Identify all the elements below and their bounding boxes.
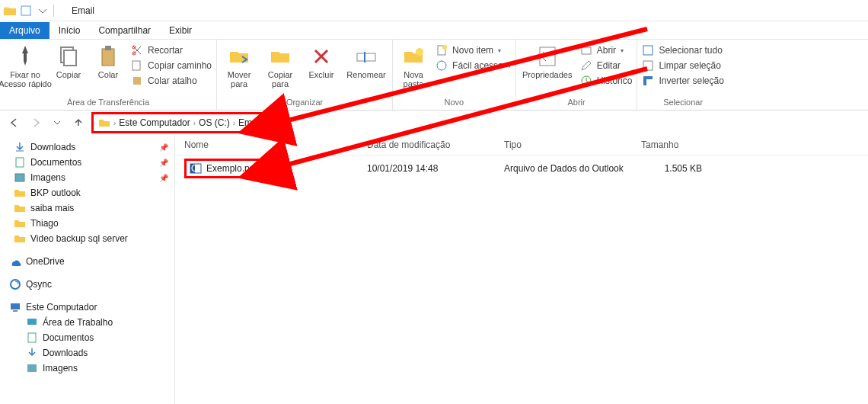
svg-rect-15: [540, 47, 555, 66]
tree-desktop[interactable]: Área de Trabalho: [3, 315, 171, 330]
paste-shortcut-icon: [131, 75, 143, 87]
outlook-file-icon: O: [190, 162, 202, 175]
edit-button[interactable]: Editar: [580, 59, 633, 72]
tree-thiago[interactable]: Thiago: [3, 216, 171, 231]
folder-icon: [14, 217, 26, 229]
nav-recent-button[interactable]: [49, 114, 65, 131]
column-headers[interactable]: Nome Data de modificação Tipo Tamanho: [175, 135, 868, 156]
properties-button[interactable]: Propriedades: [521, 41, 574, 79]
col-size[interactable]: Tamanho: [641, 139, 732, 150]
tree-documents[interactable]: Documentos📌: [3, 155, 171, 170]
copy-button[interactable]: Copiar: [52, 41, 85, 79]
invert-selection-button[interactable]: Inverter seleção: [642, 75, 723, 87]
new-folder-button[interactable]: Nova pasta: [397, 41, 429, 88]
tab-home[interactable]: Início: [49, 22, 90, 39]
nav-up-button[interactable]: [70, 114, 87, 131]
open-button[interactable]: Abrir▾: [580, 44, 633, 56]
tree-images[interactable]: Imagens📌: [3, 170, 171, 185]
open-icon: [580, 44, 592, 56]
svg-rect-4: [105, 46, 111, 50]
copy-icon: [56, 44, 81, 69]
rename-button[interactable]: Renomear: [345, 41, 388, 79]
tab-file[interactable]: Arquivo: [0, 22, 49, 39]
qsync-icon: [9, 278, 21, 290]
nav-tree[interactable]: Downloads📌 Documentos📌 Imagens📌 BKP outl…: [0, 135, 175, 404]
tree-images2[interactable]: Imagens: [3, 361, 171, 376]
tree-video[interactable]: Video backup sql server: [3, 231, 171, 246]
group-open: Propriedades Abrir▾ Editar Histórico Abr…: [516, 40, 638, 110]
ribbon: Fixar no Acesso rápido Copiar Colar Reco…: [0, 40, 868, 111]
history-button[interactable]: Histórico: [580, 75, 633, 87]
tree-qsync[interactable]: Qsync: [3, 277, 171, 292]
folder-icon: [14, 187, 26, 199]
svg-rect-28: [27, 319, 37, 325]
main-area: Downloads📌 Documentos📌 Imagens📌 BKP outl…: [0, 135, 868, 404]
breadcrumb[interactable]: Este Computador: [119, 117, 190, 128]
tab-view[interactable]: Exibir: [160, 22, 201, 39]
svg-rect-18: [643, 46, 653, 55]
paste-button[interactable]: Colar: [91, 41, 125, 79]
edit-icon: [580, 59, 592, 72]
pin-button[interactable]: Fixar no Acesso rápido: [5, 41, 46, 88]
qat-icon[interactable]: [20, 5, 32, 17]
copy-path-icon: [131, 59, 143, 72]
easy-access-icon: [436, 59, 448, 72]
group-clipboard: Fixar no Acesso rápido Copiar Colar Reco…: [0, 40, 217, 110]
col-type[interactable]: Tipo: [504, 139, 641, 150]
desktop-icon: [26, 316, 38, 329]
folder-icon: [98, 117, 110, 129]
file-list: Nome Data de modificação Tipo Tamanho O …: [175, 135, 868, 404]
pin-icon: [13, 44, 37, 69]
copy-path-button[interactable]: Copiar caminho: [131, 59, 212, 72]
pin-icon: 📌: [159, 159, 168, 167]
group-select: Selecionar tudo Limpar seleção Inverter …: [637, 40, 728, 110]
paste-shortcut-button[interactable]: Colar atalho: [131, 75, 212, 87]
svg-rect-0: [21, 6, 30, 15]
rename-icon: [354, 44, 378, 69]
col-date[interactable]: Data de modificação: [367, 139, 504, 150]
svg-rect-23: [16, 158, 24, 167]
cut-button[interactable]: Recortar: [131, 44, 212, 56]
downloads-icon: [26, 347, 38, 359]
svg-rect-8: [133, 77, 141, 85]
tree-onedrive[interactable]: OneDrive: [3, 254, 171, 269]
svg-rect-9: [357, 53, 375, 61]
file-row[interactable]: O Exemplo.pst 10/01/2019 14:48 Arquivo d…: [175, 156, 868, 181]
delete-button[interactable]: Excluir: [304, 41, 339, 79]
file-name: Exemplo.pst: [206, 163, 257, 174]
folder-icon: [14, 232, 26, 245]
nav-forward-button[interactable]: [27, 114, 44, 131]
new-folder-icon: [401, 44, 426, 69]
history-icon: [580, 75, 592, 87]
address-bar[interactable]: › Este Computador › OS (C:) › Email ›: [94, 114, 271, 131]
tree-saiba[interactable]: saiba mais: [3, 200, 171, 216]
breadcrumb[interactable]: Email: [238, 117, 261, 128]
easy-access-button[interactable]: Fácil acesso▾: [436, 59, 511, 72]
tab-share[interactable]: Compartilhar: [89, 22, 160, 39]
downloads-icon: [14, 141, 26, 153]
select-none-button[interactable]: Limpar seleção: [642, 59, 723, 72]
move-to-button[interactable]: Mover para: [222, 41, 257, 88]
svg-point-14: [437, 61, 446, 70]
file-size: 1.505 KB: [641, 163, 732, 174]
copy-to-button[interactable]: Copiar para: [263, 41, 298, 88]
file-name-highlight: O Exemplo.pst: [184, 159, 262, 178]
tree-bkp[interactable]: BKP outlook: [3, 185, 171, 200]
tree-thispc[interactable]: Este Computador: [3, 300, 171, 315]
tree-docs2[interactable]: Documentos: [3, 330, 171, 345]
col-name[interactable]: Nome: [184, 139, 367, 150]
breadcrumb[interactable]: OS (C:): [199, 117, 230, 128]
delete-icon: [309, 44, 333, 69]
thispc-icon: [9, 301, 21, 313]
svg-rect-27: [13, 310, 18, 312]
select-all-button[interactable]: Selecionar tudo: [642, 44, 723, 56]
nav-back-button[interactable]: [6, 114, 23, 131]
svg-rect-7: [132, 61, 140, 70]
new-item-button[interactable]: Novo item▾: [436, 44, 511, 56]
tree-downloads[interactable]: Downloads📌: [3, 139, 171, 155]
folder-icon: [14, 202, 26, 214]
tree-downloads2[interactable]: Downloads: [3, 345, 171, 361]
select-all-icon: [642, 44, 654, 56]
group-new: Nova pasta Novo item▾ Fácil acesso▾ Novo: [393, 40, 516, 110]
qat-dropdown-icon[interactable]: [37, 5, 49, 17]
